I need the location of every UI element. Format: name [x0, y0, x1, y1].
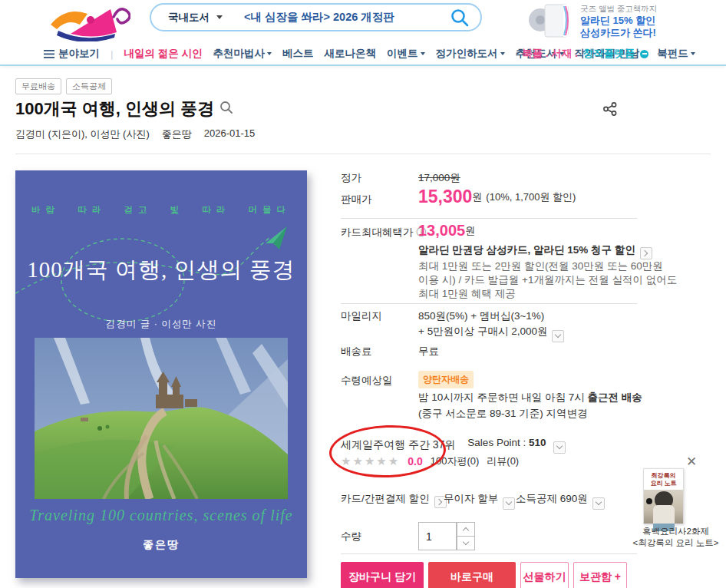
- nav-item-price-cut[interactable]: 정가인하도서: [436, 47, 505, 61]
- quantity-up-button[interactable]: [457, 522, 475, 537]
- nav-item-events[interactable]: 이벤트: [387, 47, 425, 61]
- promo-line1: 굿즈 앨범 중고책까지: [580, 4, 657, 15]
- divider: [341, 553, 637, 554]
- mileage-line1: 850원(5%) + 멤버십(3~1%): [418, 309, 544, 323]
- publish-date: 2026-01-15: [204, 127, 256, 141]
- card-promo-line1: 최대 1만원 또는 2만원 할인(전월 30만원 또는 60만원: [418, 259, 663, 273]
- delivery-text-line1: 밤 10시까지 주문하면 내일 아침 7시 출근전 배송: [418, 391, 642, 405]
- hamburger-icon: [44, 50, 54, 58]
- main-navigation: 분야보기 | 내일의 젊은 시인 추천마법사 베스트 새로나온책 이벤트 정가인…: [0, 43, 726, 66]
- rank-row: 세계일주여행 주간 37위 Sales Point : 510: [341, 437, 566, 454]
- samsung-card-promo-image: [528, 2, 573, 38]
- cover-title: 100개국 여행, 인생의 풍경: [15, 255, 307, 286]
- aladin-product-page: 국내도서 굿즈 앨범 중고책까지 알라딘 15% 할인 삼성카드가: [0, 0, 726, 588]
- nav-item-bookple-library[interactable]: 북플 . 서재 .: [522, 47, 578, 61]
- add-to-cart-button[interactable]: 장바구니 담기: [341, 562, 424, 588]
- publisher-link[interactable]: 좋은땅: [162, 127, 192, 141]
- cover-landscape-photo: [35, 338, 288, 499]
- product-title-row: 100개국 여행, 인생의 풍경: [15, 97, 233, 121]
- promo-book-badge-dot: [646, 498, 652, 504]
- promo-book-cover-title: 최강록의 요리 노트: [644, 469, 683, 487]
- rating-value: 0.0: [408, 455, 422, 467]
- promo-book-cover-photo: [644, 490, 683, 524]
- shipping-label: 배송료: [341, 345, 372, 358]
- chevron-down-icon: [500, 52, 505, 55]
- sale-price-value: 15,300: [418, 187, 472, 207]
- quantity-down-button[interactable]: [457, 537, 475, 550]
- promo-line2: 알라딘 15% 할인: [580, 15, 657, 27]
- product-badges: 무료배송 소득공제: [15, 78, 112, 94]
- nav-item-creation-platform[interactable]: 창작플랫폼: [583, 47, 635, 61]
- close-icon[interactable]: ✕: [686, 454, 697, 470]
- search-icon[interactable]: [450, 8, 470, 28]
- divider: [341, 218, 637, 219]
- promo-book-thumbnail[interactable]: 최강록의 요리 노트: [643, 468, 684, 524]
- chevron-down-icon[interactable]: [553, 441, 566, 454]
- nav-browse-categories[interactable]: 분야보기: [44, 47, 100, 61]
- card-payment-discount-option: 카드/간편결제 할인: [341, 492, 447, 508]
- gift-button[interactable]: 선물하기: [520, 562, 569, 588]
- promo-line3: 삼성카드가 쏜다!: [580, 27, 657, 39]
- nav-item-recommend-wizard[interactable]: 추천마법사: [213, 47, 272, 61]
- nav-divider: |: [111, 48, 114, 60]
- cover-publisher-logo: 좋은땅: [15, 538, 307, 552]
- chevron-down-icon: [691, 52, 695, 55]
- wishlist-button[interactable]: 보관함 +: [573, 562, 627, 588]
- search-category-label: 국내도서: [168, 11, 210, 25]
- aladin-logo[interactable]: [40, 2, 130, 41]
- sale-price-row: 15,300 원 (10%, 1,700원 할인): [418, 187, 576, 207]
- author-publisher-row: 김경미 (지은이), 이성만 (사진) 좋은땅 2026-01-15: [15, 127, 255, 141]
- nav-item-new-books[interactable]: 새로나온책: [325, 47, 377, 61]
- title-search-icon[interactable]: [219, 99, 233, 119]
- header-promo-banner[interactable]: 굿즈 앨범 중고책까지 알라딘 15% 할인 삼성카드가 쏜다!: [528, 2, 657, 39]
- card-benefit-price: 13,005: [418, 222, 465, 239]
- chevron-down-icon[interactable]: [552, 330, 564, 342]
- quantity-input[interactable]: [418, 522, 457, 550]
- airplane-icon: [266, 226, 287, 243]
- card-promo-title: 알라딘 만권당 삼성카드, 알라딘 15% 청구 할인: [418, 243, 652, 259]
- search-category-select[interactable]: 국내도서: [168, 11, 223, 25]
- popup-caption-line1: 흑백요리사2화제: [625, 526, 726, 537]
- book-cover-image[interactable]: 바람 따라 걷고 빛 따라 머물다 100개국 여행, 인생의 풍경 김경미 글…: [15, 170, 307, 578]
- nav-item-bookfund[interactable]: 북펀드: [657, 47, 695, 61]
- card-benefit-price-row: 13,005 원: [418, 222, 475, 239]
- nav-item-young-poet[interactable]: 내일의 젊은 시인: [124, 47, 203, 61]
- card-promo-line3: 최대 1만원 혜택 제공: [418, 287, 516, 301]
- buy-now-button[interactable]: 바로구매: [428, 562, 516, 588]
- quantity-label: 수량: [341, 530, 361, 543]
- delivery-date-label: 수령예상일: [341, 374, 393, 388]
- sale-discount-note: (10%, 1,700원 할인): [486, 190, 576, 204]
- star-rating-icons[interactable]: ★★★★★: [341, 454, 400, 468]
- chevron-down-icon: [267, 52, 272, 55]
- free-shipping-badge: 무료배송: [15, 78, 61, 94]
- rating-row: ★★★★★ 0.0 100자평(0) 리뷰(0): [341, 454, 519, 468]
- review-count-link[interactable]: 리뷰(0): [487, 454, 519, 468]
- popup-caption-line2: <최강록의 요리 노트>: [625, 537, 726, 549]
- cover-english-subtitle: Traveling 100 countries, scenes of life: [15, 507, 307, 524]
- nav-item-best[interactable]: 베스트: [282, 47, 314, 61]
- tax-deduction-badge: 소득공제: [66, 78, 112, 94]
- chevron-down-icon: [421, 52, 425, 55]
- search-input[interactable]: [244, 12, 450, 24]
- card-benefit-label: 카드최대혜택가ⓘ: [341, 226, 427, 239]
- divider: [341, 303, 637, 304]
- list-price-label: 정가: [341, 171, 361, 185]
- chevron-up-icon: [463, 527, 469, 533]
- chevron-right-icon[interactable]: [640, 247, 652, 259]
- sale-price-label: 판매가: [341, 193, 372, 206]
- divider: [15, 154, 711, 154]
- promo-text: 굿즈 앨범 중고책까지 알라딘 15% 할인 삼성카드가 쏜다!: [580, 2, 657, 39]
- authors-link[interactable]: 김경미 (지은이), 이성만 (사진): [15, 127, 150, 141]
- platform-dot-icon: [640, 50, 648, 58]
- comment-count-link[interactable]: 100자평(0): [431, 454, 480, 468]
- chevron-down-icon[interactable]: [503, 497, 515, 510]
- category-rank[interactable]: 세계일주여행 주간 37위: [341, 438, 455, 452]
- mileage-line2: + 5만원이상 구매시 2,000원: [418, 325, 564, 342]
- share-icon[interactable]: [602, 101, 618, 117]
- genie-lamp-icon: [40, 2, 130, 41]
- chevron-down-icon[interactable]: [592, 497, 605, 510]
- delivery-area-line[interactable]: (중구 서소문로 89-31 기준) 지역변경: [418, 407, 588, 421]
- list-price-value: 17,000원: [418, 171, 460, 185]
- chevron-down-icon: [463, 539, 469, 545]
- quantity-stepper: [457, 522, 475, 550]
